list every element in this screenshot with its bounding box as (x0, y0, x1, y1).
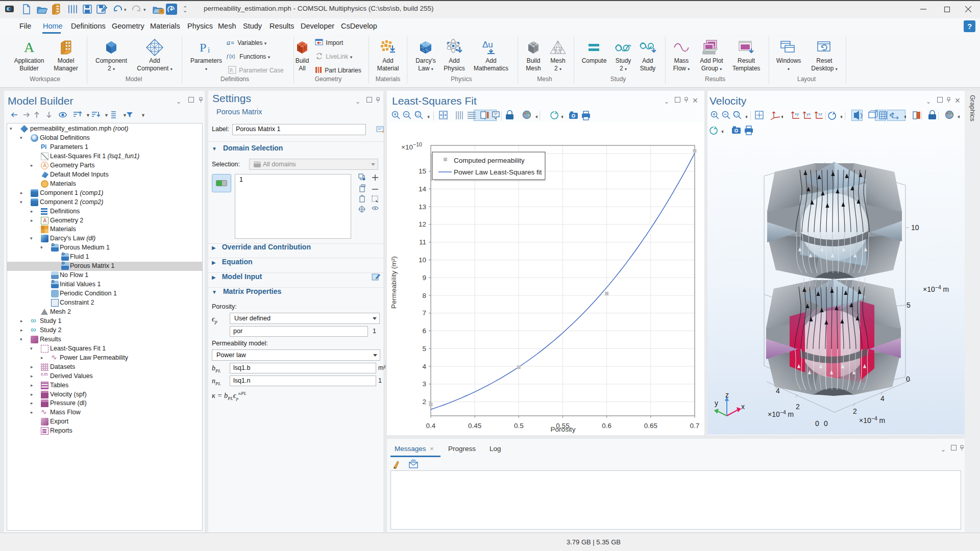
svg-text:Permeability (m²): Permeability (m²) (390, 256, 398, 309)
svg-text:10: 10 (419, 256, 426, 264)
svg-text:3: 3 (422, 380, 426, 388)
svg-text:0.65: 0.65 (644, 422, 657, 430)
svg-text:(x): (x) (229, 54, 235, 59)
svg-text:0.5: 0.5 (514, 422, 524, 430)
svg-text:0.6: 0.6 (602, 422, 611, 430)
svg-text:a: a (227, 39, 230, 46)
svg-text:Pᵢ: Pᵢ (230, 67, 234, 73)
svg-text:8: 8 (422, 292, 426, 299)
svg-text:12: 12 (419, 220, 426, 228)
svg-text:Porosity: Porosity (551, 425, 576, 433)
svg-text:4: 4 (776, 387, 780, 395)
svg-text:11: 11 (419, 238, 426, 246)
svg-text:Δu: Δu (482, 40, 493, 49)
svg-text:xz: xz (818, 112, 822, 116)
svg-text:4: 4 (422, 363, 426, 370)
svg-text:0: 0 (815, 419, 819, 428)
svg-text:x: x (741, 403, 745, 411)
svg-text:A: A (24, 39, 35, 55)
svg-text:z: z (725, 391, 729, 399)
svg-text:14: 14 (419, 185, 427, 193)
svg-text:15: 15 (419, 167, 426, 175)
svg-text:yz: yz (806, 112, 811, 116)
svg-text:0: 0 (824, 419, 828, 428)
svg-text:4: 4 (880, 394, 885, 403)
svg-text:2: 2 (422, 398, 426, 406)
svg-text:10: 10 (911, 223, 919, 232)
svg-text:=: = (231, 39, 234, 46)
svg-text:0.45: 0.45 (468, 422, 481, 430)
svg-text:Power Law Least-Squares fit: Power Law Least-Squares fit (454, 168, 542, 176)
svg-text:×10: ×10 (401, 143, 413, 151)
svg-text:xy: xy (795, 112, 799, 116)
svg-text:2: 2 (853, 407, 857, 415)
svg-text:2: 2 (796, 403, 800, 411)
svg-text:13: 13 (419, 203, 426, 211)
svg-text:i: i (208, 46, 210, 54)
svg-text:7: 7 (422, 309, 426, 317)
svg-text:P: P (200, 41, 206, 54)
svg-text:9: 9 (422, 274, 426, 282)
svg-text:−10: −10 (413, 141, 422, 147)
svg-text:0: 0 (906, 375, 910, 383)
svg-text:0.4: 0.4 (426, 422, 436, 430)
svg-text:0.7: 0.7 (690, 422, 700, 430)
svg-text:Computed permeability: Computed permeability (454, 157, 525, 164)
svg-text:y: y (715, 399, 718, 407)
svg-text:5: 5 (906, 301, 911, 309)
svg-text:6: 6 (422, 327, 426, 335)
svg-text:5: 5 (422, 345, 426, 353)
